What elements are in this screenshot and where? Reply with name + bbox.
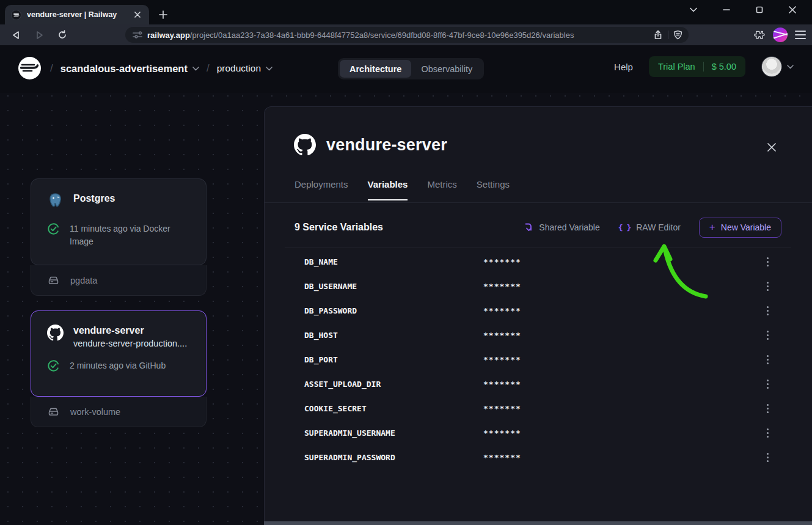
account-menu[interactable] [761,56,794,77]
reload-button[interactable] [55,28,70,42]
variable-row[interactable]: DB_USERNAME ******* [265,274,812,298]
variable-menu-icon[interactable] [764,377,771,391]
variable-name: DB_NAME [304,257,483,266]
new-variable-label: New Variable [721,222,771,232]
extensions-icon[interactable] [754,29,766,41]
plan-divider [703,62,704,72]
new-variable-button[interactable]: + New Variable [699,218,781,238]
chevron-down-icon [192,67,199,71]
variable-menu-icon[interactable] [764,255,771,269]
variable-menu-icon[interactable] [764,279,771,293]
window-maximize-button[interactable] [751,2,768,17]
tab-architecture[interactable]: Architecture [340,60,411,78]
variable-name: SUPERADMIN_USERNAME [304,428,483,438]
variable-row[interactable]: SUPERADMIN_PASSWORD ******* [265,445,812,469]
variable-name: SUPERADMIN_PASSWORD [304,453,483,462]
chevron-down-icon [266,67,272,71]
variable-menu-icon[interactable] [764,353,771,367]
variable-menu-icon[interactable] [764,450,771,464]
chevron-down-icon [787,65,794,69]
plan-badge[interactable]: Trial Plan $ 5.00 [649,56,745,77]
variable-row[interactable]: DB_NAME ******* [265,249,812,274]
browser-profile-avatar[interactable] [773,28,788,42]
variable-value[interactable]: ******* [483,380,521,389]
window-close-button[interactable] [784,2,801,17]
volume-icon [48,407,59,416]
tab-deployments[interactable]: Deployments [294,179,348,200]
variable-value[interactable]: ******* [483,404,521,413]
help-link[interactable]: Help [614,62,633,72]
panel-title: vendure-server [326,136,447,155]
variable-value[interactable]: ******* [483,355,521,364]
tab-variables[interactable]: Variables [368,179,408,200]
variable-value[interactable]: ******* [483,453,521,462]
back-button[interactable] [9,28,23,42]
url-path: /project/0a1aa233-7a38-4a61-bbb9-6448f47… [190,31,574,40]
volume-work-volume[interactable]: work-volume [31,397,207,427]
variable-menu-icon[interactable] [764,426,771,440]
railway-favicon-icon [11,10,21,20]
tab-settings[interactable]: Settings [477,179,510,200]
share-icon[interactable] [653,30,663,40]
github-logo-icon [294,134,316,156]
variable-row[interactable]: SUPERADMIN_USERNAME ******* [265,420,812,445]
section-divider [285,248,791,248]
variable-row[interactable]: COOKIE_SECRET ******* [265,396,812,420]
tab-observability[interactable]: Observability [411,60,482,78]
variable-menu-icon[interactable] [764,304,771,318]
volume-icon [48,276,59,285]
environment-switcher[interactable]: production [217,59,272,78]
volume-name: pgdata [70,276,97,285]
new-tab-button[interactable] [156,8,170,21]
service-name: vendure-server [73,325,187,337]
project-switcher[interactable]: scandalous-advertisement [60,59,199,78]
service-card-vendure-server[interactable]: vendure-server vendure-server-production… [31,310,207,397]
browser-menu-icon[interactable] [795,31,806,39]
variable-value[interactable]: ******* [483,282,521,291]
variable-value[interactable]: ******* [483,331,521,340]
url-domain: railway.app [147,31,190,40]
brave-shield-icon[interactable] [673,30,682,40]
plan-amount: $ 5.00 [712,62,736,72]
variable-row[interactable]: DB_PORT ******* [265,347,812,372]
tab-close-icon[interactable] [132,9,143,20]
railway-logo[interactable] [18,57,41,79]
volume-name: work-volume [70,407,120,417]
raw-editor-label: RAW Editor [636,222,681,232]
forward-button[interactable] [32,28,46,42]
url-text[interactable]: railway.app/project/0a1aa233-7a38-4a61-b… [147,31,648,40]
shared-variable-button[interactable]: Shared Variable [524,222,599,232]
browser-tabstrip: vendure-server | Railway [0,0,812,24]
variable-name: DB_HOST [304,331,483,340]
panel-bottom-edge [264,521,812,525]
variable-value[interactable]: ******* [483,306,521,315]
site-settings-icon[interactable] [133,31,142,39]
variable-row[interactable]: DB_PASSWORD ******* [265,298,812,323]
variable-name: COOKIE_SECRET [304,404,483,413]
address-bar[interactable]: railway.app/project/0a1aa233-7a38-4a61-b… [125,27,689,43]
deploy-success-icon [47,359,60,372]
browser-tab[interactable]: vendure-server | Railway [5,5,149,24]
variable-menu-icon[interactable] [764,402,771,416]
variable-row[interactable]: ASSET_UPLOAD_DIR ******* [265,372,812,396]
variable-menu-icon[interactable] [764,328,771,342]
service-name: Postgres [73,193,115,205]
service-subtitle: vendure-server-production.... [73,339,187,348]
service-card-postgres[interactable]: Postgres 11 minutes ago via Docker Image [31,178,207,265]
deploy-success-icon [47,222,60,235]
variables-list: DB_NAME ******* DB_USERNAME ******* DB_P… [265,249,812,469]
variable-row[interactable]: DB_HOST ******* [265,323,812,347]
variable-name: DB_PORT [304,355,483,364]
raw-editor-button[interactable]: { } RAW Editor [618,222,681,232]
window-minimize-button[interactable] [718,2,735,17]
variable-value[interactable]: ******* [483,257,521,266]
panel-close-icon[interactable] [764,140,779,155]
tab-search-chevron-icon[interactable] [685,2,702,17]
user-avatar[interactable] [761,56,782,77]
variable-value[interactable]: ******* [483,428,521,438]
deploy-status: 2 minutes ago via GitHub [70,359,166,372]
volume-pgdata[interactable]: pgdata [31,265,207,296]
tab-metrics[interactable]: Metrics [427,179,456,200]
shared-variable-label: Shared Variable [539,222,599,232]
github-logo-icon [47,325,64,341]
